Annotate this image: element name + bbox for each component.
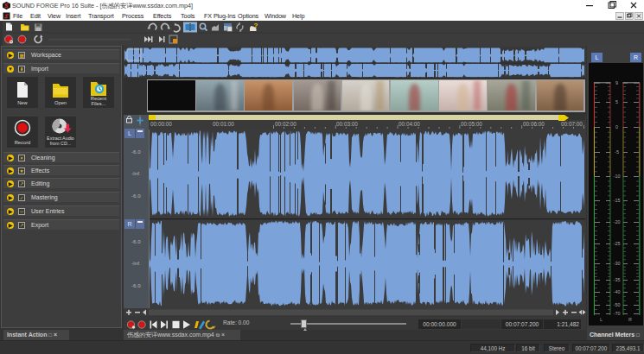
svg-text:L: L (600, 317, 603, 322)
svg-text:?: ? (254, 22, 258, 29)
svg-text:-15: -15 (614, 198, 621, 203)
svg-text:-35: -35 (614, 277, 621, 282)
svg-text:R: R (628, 317, 632, 322)
svg-text:9: 9 (615, 80, 618, 85)
svg-text:-40: -40 (614, 289, 621, 294)
svg-text:-10: -10 (614, 174, 621, 179)
svg-text:-30: -30 (614, 261, 621, 266)
svg-text:-20: -20 (614, 219, 621, 224)
svg-text:-70: -70 (614, 311, 621, 316)
svg-text:0: 0 (615, 124, 618, 130)
svg-text:-50: -50 (614, 302, 621, 307)
svg-text:-25: -25 (614, 241, 621, 246)
svg-text:-5: -5 (615, 149, 619, 155)
svg-text:5: 5 (615, 99, 618, 104)
